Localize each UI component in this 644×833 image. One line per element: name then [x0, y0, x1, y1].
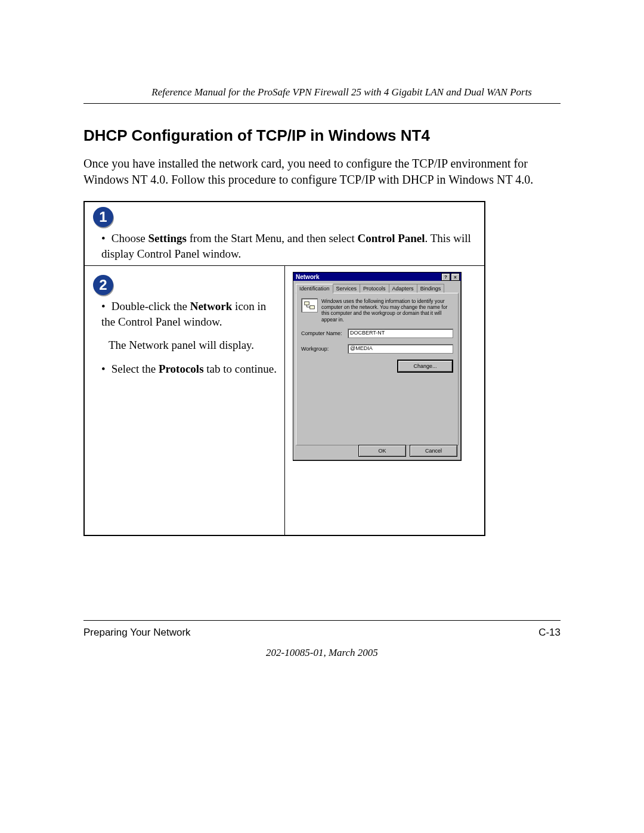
- dialog-titlebar[interactable]: Network ? x: [293, 272, 461, 281]
- svg-rect-0: [305, 302, 309, 305]
- s2-l1-b: Network: [190, 300, 233, 312]
- s1-mid: from the Start Menu, and then select: [187, 232, 358, 244]
- change-row: Change...: [301, 360, 453, 373]
- close-button[interactable]: x: [451, 273, 460, 281]
- column-separator: [284, 265, 285, 535]
- workgroup-value: @MEDIA: [348, 344, 453, 354]
- computer-name-value: DOCBERT-NT: [348, 329, 453, 338]
- network-icon: [301, 298, 318, 312]
- step-2-text: • Double-click the Network icon in the C…: [101, 299, 280, 385]
- bullet-icon: •: [101, 231, 109, 246]
- tab-protocols[interactable]: Protocols: [360, 284, 389, 293]
- running-header: Reference Manual for the ProSafe VPN Fir…: [83, 86, 561, 103]
- s1-b1: Settings: [148, 232, 187, 244]
- intro-paragraph: Once you have installed the network card…: [83, 156, 561, 188]
- workgroup-label: Workgroup:: [301, 346, 348, 352]
- tab-pane: Windows uses the following information t…: [296, 293, 459, 445]
- computer-name-row: Computer Name: DOCBERT-NT: [301, 329, 453, 338]
- title-controls: ? x: [441, 273, 460, 281]
- step-1-badge: 1: [93, 207, 113, 227]
- tab-adapters[interactable]: Adapters: [389, 284, 417, 293]
- help-button[interactable]: ?: [441, 273, 450, 281]
- ok-button[interactable]: OK: [358, 445, 406, 457]
- section-title: DHCP Configuration of TCP/IP in Windows …: [83, 126, 561, 145]
- s2-l2: The Network panel will display.: [101, 337, 280, 353]
- s2-l3-post: tab to continue.: [204, 363, 277, 375]
- svg-rect-1: [310, 306, 315, 309]
- tab-bindings[interactable]: Bindings: [417, 284, 445, 293]
- s1-pre: Choose: [112, 232, 148, 244]
- workgroup-row: Workgroup: @MEDIA: [301, 344, 453, 354]
- header-rule: [83, 103, 561, 104]
- dialog-tabs: Identification Services Protocols Adapte…: [296, 283, 459, 293]
- s2-l3-b: Protocols: [159, 363, 204, 375]
- s2-l3-pre: Select the: [112, 363, 159, 375]
- page-content: Reference Manual for the ProSafe VPN Fir…: [83, 86, 561, 833]
- computer-name-label: Computer Name:: [301, 330, 348, 336]
- footer-rule: [83, 620, 561, 621]
- bullet-icon: •: [101, 361, 109, 377]
- tab-identification[interactable]: Identification: [296, 284, 333, 293]
- step-1-text: • Choose Settings from the Start Menu, a…: [101, 231, 484, 261]
- steps-box: 1 • Choose Settings from the Start Menu,…: [83, 201, 485, 536]
- footer-section: Preparing Your Network: [83, 627, 191, 639]
- s2-l1-pre: Double-click the: [112, 300, 190, 312]
- bullet-icon: •: [101, 299, 109, 314]
- change-button[interactable]: Change...: [397, 360, 453, 373]
- page-footer: Preparing Your Network C-13 202-10085-01…: [83, 620, 561, 659]
- dialog-footer: OK Cancel: [358, 445, 457, 457]
- cancel-button[interactable]: Cancel: [410, 445, 457, 457]
- s1-b2: Control Panel: [357, 232, 425, 244]
- footer-page: C-13: [538, 627, 561, 639]
- footer-docnum: 202-10085-01, March 2005: [83, 647, 561, 659]
- step-2-badge: 2: [93, 275, 113, 295]
- dialog-title: Network: [296, 274, 319, 280]
- info-text: Windows uses the following information t…: [321, 298, 453, 323]
- network-dialog: Network ? x Identification Services Prot…: [293, 272, 462, 461]
- footer-row: Preparing Your Network C-13: [83, 627, 561, 639]
- info-row: Windows uses the following information t…: [301, 298, 453, 323]
- tab-services[interactable]: Services: [333, 284, 361, 293]
